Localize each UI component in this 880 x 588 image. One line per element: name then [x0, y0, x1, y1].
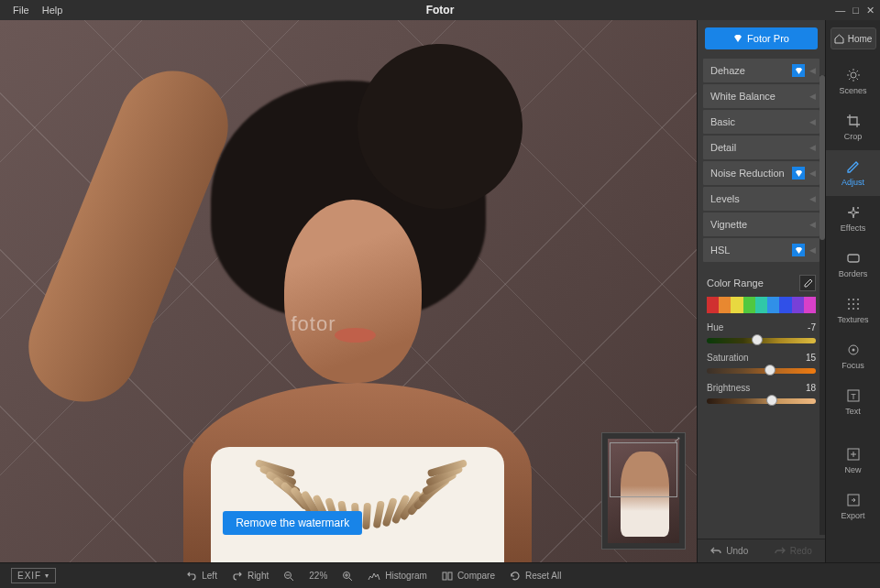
- remove-watermark-button[interactable]: Remove the watermark: [223, 511, 362, 535]
- accordion-basic[interactable]: Basic◀: [703, 110, 820, 134]
- undo-button[interactable]: Undo: [698, 539, 762, 562]
- accordion-label: Dehaze: [710, 65, 745, 76]
- text-icon: T: [846, 388, 861, 403]
- texture-icon: [846, 297, 861, 311]
- sparkle-icon: [846, 205, 861, 220]
- svg-point-12: [852, 299, 854, 300]
- zoom-in-button[interactable]: [342, 571, 353, 582]
- rail-adjust[interactable]: Adjust: [826, 150, 881, 196]
- fotor-pro-button[interactable]: Fotor Pro: [705, 27, 818, 49]
- accordion-white-balance[interactable]: White Balance◀: [703, 84, 820, 108]
- color-swatch[interactable]: [707, 297, 719, 313]
- rail-label: Effects: [841, 223, 865, 233]
- accordion-hsl[interactable]: HSL◀: [703, 238, 820, 262]
- minimize-icon[interactable]: —: [835, 5, 845, 16]
- accordion-detail[interactable]: Detail◀: [703, 136, 820, 159]
- rail-borders[interactable]: Borders: [826, 242, 881, 288]
- histogram-icon: [368, 572, 380, 581]
- zoom-out-icon: [283, 571, 294, 582]
- rail-label: Textures: [837, 315, 868, 324]
- compare-button[interactable]: Compare: [442, 571, 495, 581]
- brightness-label: Brightness: [707, 383, 750, 393]
- color-swatch[interactable]: [804, 297, 816, 313]
- chevron-left-icon: ◀: [809, 245, 816, 255]
- histogram-button[interactable]: Histogram: [368, 571, 427, 581]
- color-range-strip[interactable]: [707, 297, 816, 313]
- exif-button[interactable]: EXIF▾: [11, 568, 56, 583]
- eyedropper-button[interactable]: [799, 275, 816, 291]
- menu-file[interactable]: File: [13, 5, 29, 16]
- reset-all-button[interactable]: Reset All: [510, 571, 561, 582]
- diamond-icon: [792, 167, 805, 180]
- rail-label: Focus: [842, 361, 864, 370]
- color-swatch[interactable]: [719, 297, 731, 313]
- chevron-left-icon: ◀: [809, 169, 816, 178]
- color-range-label: Color Range: [707, 278, 764, 289]
- rotate-left-icon: [186, 571, 197, 582]
- close-icon[interactable]: ✕: [866, 5, 874, 16]
- svg-point-11: [848, 299, 850, 300]
- hue-slider[interactable]: [707, 338, 816, 343]
- color-swatch[interactable]: [792, 297, 804, 313]
- chevron-left-icon: ◀: [809, 117, 816, 126]
- rotate-left-button[interactable]: Left: [186, 571, 217, 582]
- redo-button[interactable]: Redo: [762, 539, 826, 562]
- accordion-vignette[interactable]: Vignette◀: [703, 212, 820, 236]
- accordion-label: Levels: [710, 193, 740, 204]
- accordion-label: White Balance: [710, 91, 776, 102]
- rail-label: Scenes: [839, 86, 866, 95]
- reset-icon: [510, 571, 521, 582]
- export-icon: [846, 493, 861, 507]
- rail-label: Borders: [839, 269, 868, 278]
- rail-new[interactable]: New: [826, 438, 881, 484]
- redo-icon: [775, 547, 786, 556]
- brightness-slider[interactable]: [707, 398, 816, 404]
- chevron-left-icon: ◀: [809, 194, 816, 203]
- rail-crop[interactable]: Crop: [826, 104, 881, 150]
- maximize-icon[interactable]: □: [852, 5, 859, 16]
- rail-focus[interactable]: Focus: [826, 333, 881, 379]
- pencil-icon: [846, 159, 861, 174]
- rail-text[interactable]: TText: [826, 379, 881, 425]
- expand-icon[interactable]: ⤢: [672, 435, 683, 446]
- crop-icon: [846, 114, 861, 128]
- zoom-in-icon: [342, 571, 353, 582]
- svg-line-5: [849, 71, 851, 72]
- zoom-out-button[interactable]: [283, 571, 294, 582]
- color-swatch[interactable]: [755, 297, 767, 313]
- rail-label: Export: [841, 511, 864, 520]
- accordion-dehaze[interactable]: Dehaze◀: [703, 59, 820, 82]
- rail-label: New: [844, 465, 861, 474]
- navigator-preview[interactable]: ⤢: [601, 432, 686, 550]
- rail-textures[interactable]: Textures: [826, 288, 881, 333]
- accordion-levels[interactable]: Levels◀: [703, 187, 820, 211]
- rotate-right-button[interactable]: Right: [232, 571, 269, 582]
- new-icon: [846, 447, 861, 462]
- accordion-noise-reduction[interactable]: Noise Reduction◀: [703, 161, 820, 185]
- color-swatch[interactable]: [779, 297, 791, 313]
- chevron-left-icon: ◀: [809, 92, 816, 101]
- rail-effects[interactable]: Effects: [826, 196, 881, 242]
- eyedropper-icon: [803, 278, 813, 289]
- rail-export[interactable]: Export: [826, 484, 881, 529]
- color-swatch[interactable]: [743, 297, 755, 313]
- panel-scrollbar[interactable]: [820, 75, 825, 535]
- color-swatch[interactable]: [731, 297, 742, 313]
- zoom-level: 22%: [309, 571, 327, 581]
- home-icon: [834, 34, 844, 44]
- hue-value: -7: [808, 322, 816, 332]
- chevron-left-icon: ◀: [809, 66, 816, 75]
- canvas[interactable]: fotor Remove the watermark ⤢: [0, 20, 697, 562]
- title-bar: File Help Fotor — □ ✕: [0, 0, 880, 20]
- adjust-panel: Fotor Pro Dehaze◀White Balance◀Basic◀Det…: [697, 20, 825, 562]
- home-button[interactable]: Home: [830, 27, 876, 49]
- svg-rect-10: [848, 255, 859, 262]
- status-bar: EXIF▾ Left Right 22% Histogram Compare R…: [0, 562, 880, 588]
- accordion-label: Vignette: [710, 219, 747, 230]
- color-swatch[interactable]: [767, 297, 779, 313]
- focus-icon: [846, 343, 861, 357]
- rail-label: Crop: [844, 132, 863, 141]
- menu-help[interactable]: Help: [42, 5, 63, 16]
- saturation-slider[interactable]: [707, 368, 816, 374]
- rail-scenes[interactable]: Scenes: [826, 59, 881, 104]
